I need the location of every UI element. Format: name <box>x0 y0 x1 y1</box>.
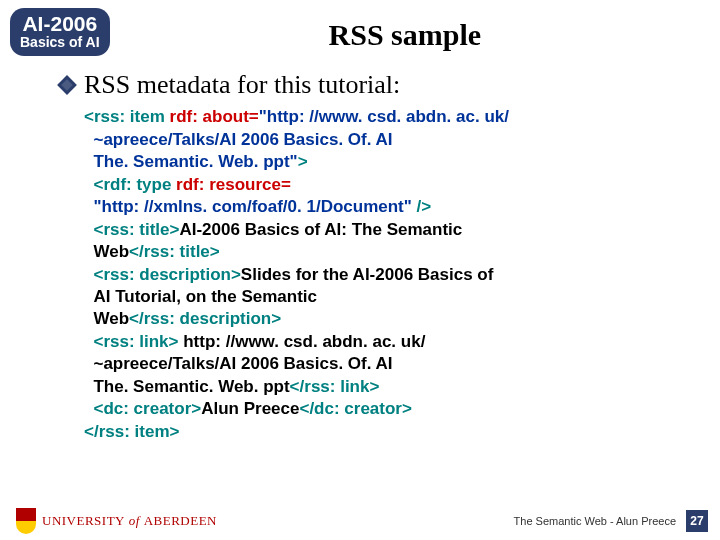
code-val: ~apreece/Talks/AI 2006 Basics. Of. AI <box>84 130 393 149</box>
code-text: Slides for the AI-2006 Basics of <box>241 265 494 284</box>
bullet-row: RSS metadata for this tutorial: <box>60 70 690 100</box>
code-tag: <dc: creator> <box>84 399 201 418</box>
slide-content: RSS metadata for this tutorial: <rss: it… <box>0 56 720 443</box>
code-text: Web <box>84 309 129 328</box>
code-tag: > <box>298 152 308 171</box>
code-val: "http: //www. csd. abdn. ac. uk/ <box>259 107 509 126</box>
code-tag: /> <box>417 197 432 216</box>
code-text: Alun Preece <box>201 399 299 418</box>
badge-bottom: Basics of AI <box>20 35 100 50</box>
code-text: AI-2006 Basics of AI: The Semantic <box>179 220 462 239</box>
badge-top: AI-2006 <box>20 12 100 35</box>
code-val: The. Semantic. Web. ppt" <box>84 152 298 171</box>
code-text: ~apreece/Talks/AI 2006 Basics. Of. AI <box>84 354 393 373</box>
shield-icon <box>16 508 36 534</box>
code-tag: <rss: description> <box>84 265 241 284</box>
slide-header: AI-2006 Basics of AI RSS sample <box>0 0 720 56</box>
code-text: Web <box>84 242 129 261</box>
code-attr: rdf: resource= <box>176 175 291 194</box>
uni-word: UNIVERSITY <box>42 513 125 528</box>
diamond-bullet-icon <box>57 76 77 96</box>
slide-footer: UNIVERSITY of ABERDEEN The Semantic Web … <box>0 508 720 534</box>
footer-text: The Semantic Web - Alun Preece <box>514 515 676 527</box>
page-number: 27 <box>686 510 708 532</box>
code-tag: </rss: description> <box>129 309 281 328</box>
uni-of: of <box>125 513 144 528</box>
code-text: http: //www. csd. abdn. ac. uk/ <box>179 332 426 351</box>
code-tag: </rss: link> <box>290 377 380 396</box>
bullet-text: RSS metadata for this tutorial: <box>84 70 400 100</box>
university-name: UNIVERSITY of ABERDEEN <box>42 513 217 529</box>
rss-code-block: <rss: item rdf: about="http: //www. csd.… <box>84 106 690 443</box>
code-tag: <rss: link> <box>84 332 179 351</box>
code-tag: <rdf: type <box>84 175 176 194</box>
code-tag: </dc: creator> <box>299 399 411 418</box>
footer-right: The Semantic Web - Alun Preece 27 <box>514 510 708 532</box>
code-tag: </rss: title> <box>129 242 220 261</box>
code-tag: <rss: title> <box>84 220 179 239</box>
slide-title: RSS sample <box>90 18 720 52</box>
code-text: AI Tutorial, on the Semantic <box>84 287 317 306</box>
code-tag: <rss: item <box>84 107 170 126</box>
code-text: The. Semantic. Web. ppt <box>84 377 290 396</box>
uni-aberdeen: ABERDEEN <box>144 513 217 528</box>
code-attr: rdf: about= <box>170 107 259 126</box>
university-logo: UNIVERSITY of ABERDEEN <box>16 508 217 534</box>
code-tag: </rss: item> <box>84 422 179 441</box>
code-val: "http: //xmlns. com/foaf/0. 1/Document" <box>84 197 417 216</box>
